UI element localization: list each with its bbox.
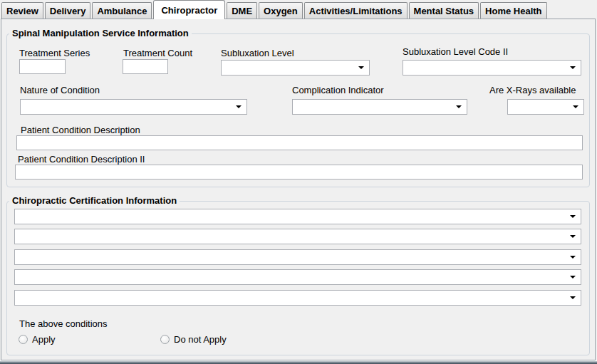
patient-condition-description-label: Patient Condition Description xyxy=(21,125,140,135)
do-not-apply-radio[interactable] xyxy=(160,335,170,344)
xrays-available-label: Are X-Rays available xyxy=(489,85,576,95)
dropdown-arrow-icon xyxy=(456,105,462,108)
tab-mental-status[interactable]: Mental Status xyxy=(409,2,479,19)
certification-condition-combo-2[interactable] xyxy=(14,229,581,244)
dropdown-arrow-icon xyxy=(570,215,576,218)
subluxation-level-combo[interactable] xyxy=(221,60,370,76)
dropdown-arrow-icon xyxy=(570,296,576,299)
tab-home-health[interactable]: Home Health xyxy=(480,2,546,19)
certification-condition-combo-4[interactable] xyxy=(14,269,581,285)
dropdown-arrow-icon xyxy=(573,105,578,108)
window-bottom-edge xyxy=(0,360,597,364)
nature-of-condition-label: Nature of Condition xyxy=(20,85,100,95)
dropdown-arrow-icon xyxy=(570,276,576,279)
tab-dme[interactable]: DME xyxy=(227,2,257,19)
tab-chiropractor[interactable]: Chiropractor xyxy=(153,0,225,19)
chiropractic-certification-group-title: Chiropractic Certification Information xyxy=(9,196,180,206)
tab-delivery[interactable]: Delivery xyxy=(45,2,91,19)
dropdown-arrow-icon xyxy=(570,256,576,259)
tab-ambulance[interactable]: Ambulance xyxy=(92,2,152,19)
tab-oxygen[interactable]: Oxygen xyxy=(259,2,303,19)
do-not-apply-radio-label: Do not Apply xyxy=(174,335,227,345)
patient-condition-description-ii-input[interactable] xyxy=(15,165,583,180)
tab-activities-limitations[interactable]: Activities/Limitations xyxy=(304,2,407,19)
treatment-series-input[interactable] xyxy=(19,59,66,74)
certification-condition-combo-5[interactable] xyxy=(14,290,581,306)
treatment-count-input[interactable] xyxy=(123,59,168,74)
subluxation-level-code-ii-combo[interactable] xyxy=(403,60,581,76)
patient-condition-description-ii-label: Patient Condition Description II xyxy=(18,155,145,165)
apply-radio[interactable] xyxy=(19,335,28,344)
nature-of-condition-combo[interactable] xyxy=(20,99,247,115)
dropdown-arrow-icon xyxy=(236,105,242,108)
complication-indicator-label: Complication Indicator xyxy=(292,85,384,95)
xrays-available-combo[interactable] xyxy=(507,99,584,115)
spinal-manipulation-group-title: Spinal Manipulation Service Information xyxy=(9,28,192,38)
subluxation-level-code-ii-label: Subluxation Level Code II xyxy=(403,47,508,57)
dropdown-arrow-icon xyxy=(570,66,576,69)
certification-condition-combo-1[interactable] xyxy=(14,209,581,224)
apply-radio-label: Apply xyxy=(32,335,56,345)
tab-review[interactable]: Review xyxy=(1,2,43,19)
patient-condition-description-input[interactable] xyxy=(16,135,583,150)
tab-bar: Review Delivery Ambulance Chiropractor D… xyxy=(1,0,549,19)
above-conditions-label: The above conditions xyxy=(19,319,108,329)
dropdown-arrow-icon xyxy=(570,235,576,238)
certification-condition-combo-3[interactable] xyxy=(14,249,581,265)
treatment-series-label: Treatment Series xyxy=(19,48,90,58)
chiropractor-form-window: Review Delivery Ambulance Chiropractor D… xyxy=(0,0,597,364)
subluxation-level-label: Subluxation Level xyxy=(221,48,294,58)
treatment-count-label: Treatment Count xyxy=(123,48,192,58)
dropdown-arrow-icon xyxy=(358,66,364,69)
complication-indicator-combo[interactable] xyxy=(292,99,467,115)
